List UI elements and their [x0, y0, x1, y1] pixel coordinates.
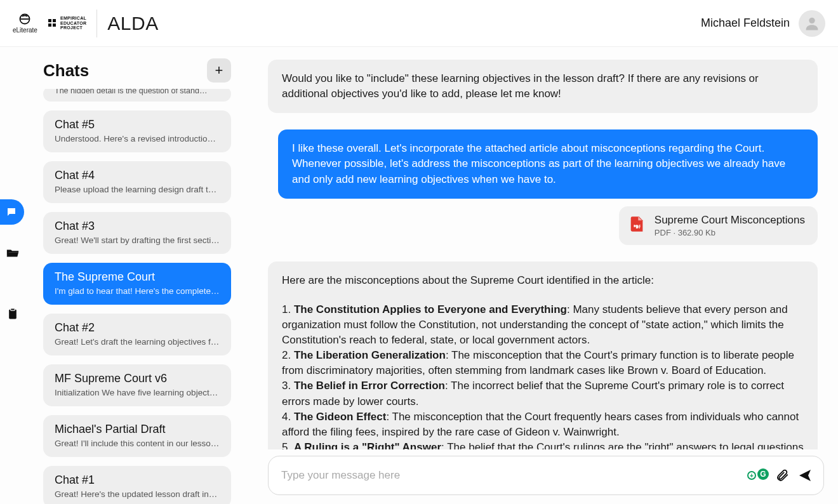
chat-list-item[interactable]: Chat #2Great! Let's draft the learning o…	[43, 314, 231, 355]
misconception-bold: The Gideon Effect	[294, 411, 386, 423]
misconception-bold: The Constitution Applies to Everyone and…	[294, 303, 567, 315]
eep-text: EMPIRICAL EDUCATOR PROJECT	[60, 16, 86, 30]
message-input[interactable]	[277, 463, 741, 488]
eliterate-text: eLiterate	[13, 27, 37, 34]
attach-button[interactable]	[773, 466, 792, 485]
chat-list-item[interactable]: Chat #1Great! Here's the updated lesson …	[43, 466, 231, 504]
misconception-bold: The Belief in Error Correction	[294, 380, 445, 392]
chat-item-subtitle: Please upload the learning design draft …	[55, 185, 220, 194]
chat-list-item[interactable]: The hidden detail is the question of sta…	[43, 89, 231, 102]
chat-item-title: Chat #3	[55, 220, 220, 233]
misconception-item: 1. The Constitution Applies to Everyone …	[282, 303, 788, 346]
nav-rail	[0, 47, 25, 504]
composer: G +	[268, 456, 824, 495]
logo-group: eLiterate EMPIRICAL EDUCATOR PROJECT ALD…	[13, 10, 159, 37]
user-message: I like these overall. Let's incorporate …	[278, 129, 818, 198]
attachment-card[interactable]: Supreme Court Misconceptions PDF · 362.9…	[619, 206, 818, 245]
chat-item-subtitle: Initialization We have five learning obj…	[55, 388, 220, 397]
chat-list-item[interactable]: Michael's Partial DraftGreat! I'll inclu…	[43, 415, 231, 457]
chat-item-subtitle: Great! Here's the updated lesson draft i…	[55, 489, 220, 499]
svg-rect-4	[53, 23, 56, 27]
ai-message: Would you like to "include" these learni…	[268, 60, 818, 113]
send-icon	[797, 468, 813, 483]
rail-folder-button[interactable]	[6, 246, 20, 260]
svg-point-5	[809, 17, 815, 23]
sidebar-header: Chats +	[43, 58, 237, 89]
ai-message-text: Would you like to "include" these learni…	[282, 72, 759, 100]
chat-list-item[interactable]: The Supreme CourtI'm glad to hear that! …	[43, 263, 231, 305]
svg-rect-7	[11, 308, 15, 310]
folder-open-icon	[6, 246, 20, 260]
misconception-item: 2. The Liberation Generalization: The mi…	[282, 349, 794, 376]
chat-item-subtitle: Great! I'll include this content in our …	[55, 439, 220, 448]
plus-icon: +	[215, 62, 223, 79]
sidebar-title: Chats	[43, 61, 89, 81]
new-chat-button[interactable]: +	[207, 58, 231, 83]
chat-bubble-icon	[6, 206, 17, 218]
attachment-title: Supreme Court Misconceptions	[655, 214, 805, 227]
ai-list-intro: Here are the misconceptions about the Su…	[282, 273, 804, 288]
chat-item-subtitle: Great! Let's draft the learning objectiv…	[55, 337, 220, 347]
chat-item-title: Chat #2	[55, 321, 220, 335]
clipboard-icon	[6, 308, 19, 321]
chat-item-subtitle: The hidden detail is the question of sta…	[55, 89, 220, 95]
chat-item-subtitle: I'm glad to hear that! Here's the comple…	[55, 286, 220, 296]
eep-icon	[48, 18, 58, 29]
attachment-info: Supreme Court Misconceptions PDF · 362.9…	[655, 214, 805, 237]
attachment-meta: PDF · 362.90 Kb	[655, 228, 805, 237]
svg-rect-2	[53, 19, 56, 22]
svg-rect-3	[48, 23, 51, 27]
chat-item-title: Chat #1	[55, 474, 220, 487]
avatar-icon	[803, 15, 821, 32]
main-panel: Would you like to "include" these learni…	[244, 47, 838, 504]
chat-item-title: Michael's Partial Draft	[55, 423, 220, 436]
chat-item-title: Chat #5	[55, 118, 220, 131]
user-message-text: I like these overall. Let's incorporate …	[292, 142, 785, 185]
chat-item-subtitle: Understood. Here's a revised introductio…	[55, 134, 220, 143]
user-area[interactable]: Michael Feldstein	[701, 10, 825, 37]
grammarly-icon[interactable]: G +	[747, 468, 769, 482]
chat-item-title: The Supreme Court	[55, 270, 220, 284]
pdf-icon	[628, 215, 646, 235]
misconception-bold: The Liberation Generalization	[294, 349, 446, 361]
chat-item-title: MF Supreme Court v6	[55, 372, 220, 385]
chat-list-item[interactable]: Chat #4Please upload the learning design…	[43, 161, 231, 203]
svg-rect-1	[48, 19, 51, 22]
ai-message: Here are the misconceptions about the Su…	[268, 262, 818, 449]
avatar[interactable]	[799, 10, 825, 37]
eliterate-logo: eLiterate	[13, 13, 37, 34]
chat-item-subtitle: Great! We'll start by drafting the first…	[55, 235, 220, 245]
chat-list-item[interactable]: Chat #3Great! We'll start by drafting th…	[43, 212, 231, 254]
rail-clipboard-button[interactable]	[6, 307, 20, 321]
chat-list: The hidden detail is the question of sta…	[43, 89, 237, 504]
app-name: ALDA	[107, 13, 158, 34]
paperclip-icon	[775, 468, 789, 482]
header: eLiterate EMPIRICAL EDUCATOR PROJECT ALD…	[0, 0, 838, 47]
conversation-scroll[interactable]: Would you like to "include" these learni…	[268, 47, 824, 449]
sidebar: Chats + The hidden detail is the questio…	[25, 47, 244, 504]
misconception-bold: A Ruling is a "Right" Answer	[294, 441, 441, 449]
misconception-item: 4. The Gideon Effect: The misconception …	[282, 411, 799, 438]
chat-list-item[interactable]: MF Supreme Court v6Initialization We hav…	[43, 364, 231, 406]
eep-logo: EMPIRICAL EDUCATOR PROJECT	[48, 16, 86, 30]
rail-chat-button[interactable]	[0, 199, 24, 225]
user-name: Michael Feldstein	[701, 17, 790, 30]
chat-list-item[interactable]: Chat #5Understood. Here's a revised intr…	[43, 110, 231, 152]
misconception-item: 3. The Belief in Error Correction: The i…	[282, 380, 784, 407]
send-button[interactable]	[795, 466, 815, 485]
misconception-item: 5. A Ruling is a "Right" Answer: The bel…	[282, 441, 804, 449]
logo-divider	[96, 10, 97, 37]
misconception-list: 1. The Constitution Applies to Everyone …	[282, 302, 804, 449]
eliterate-icon	[18, 13, 32, 25]
chat-item-title: Chat #4	[55, 169, 220, 182]
